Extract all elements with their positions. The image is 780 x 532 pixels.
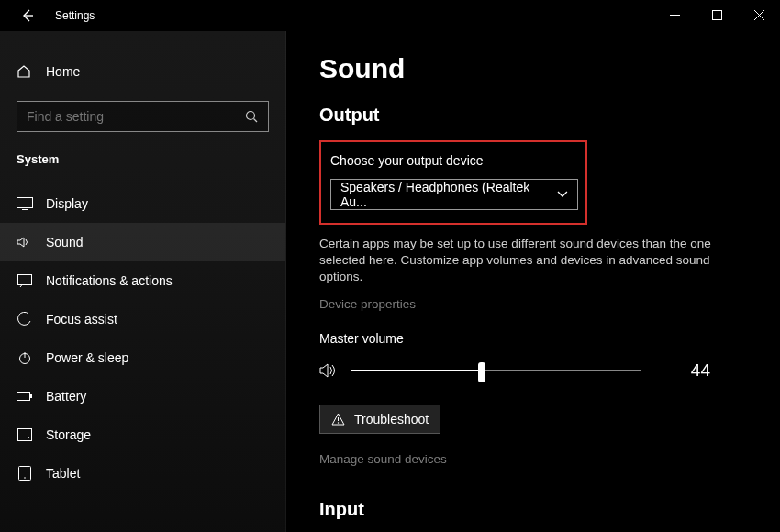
nav-label: Storage: [46, 427, 91, 442]
nav-focus-assist[interactable]: Focus assist: [0, 300, 285, 338]
storage-icon: [17, 428, 32, 441]
svg-rect-3: [18, 275, 32, 285]
slider-thumb[interactable]: [478, 362, 485, 382]
warning-icon: [331, 413, 345, 426]
selected-output-value: Speakers / Headphones (Realtek Au...: [340, 180, 557, 209]
minimize-button[interactable]: [653, 0, 696, 29]
nav-sound[interactable]: Sound: [0, 223, 285, 261]
nav-power-sleep[interactable]: Power & sleep: [0, 338, 285, 377]
nav-tablet[interactable]: Tablet: [0, 454, 285, 493]
notifications-icon: [17, 274, 32, 287]
focus-assist-icon: [17, 312, 32, 327]
tablet-icon: [18, 466, 31, 481]
svg-point-1: [247, 111, 255, 119]
back-button[interactable]: [17, 5, 39, 27]
window-title: Settings: [55, 9, 95, 22]
svg-rect-5: [17, 393, 30, 401]
arrow-left-icon: [20, 8, 35, 23]
search-box[interactable]: [17, 101, 269, 132]
nav-label: Power & sleep: [46, 350, 128, 365]
home-nav[interactable]: Home: [0, 55, 285, 88]
search-icon: [245, 110, 259, 124]
nav-notifications[interactable]: Notifications & actions: [0, 261, 285, 300]
sound-icon: [17, 236, 33, 249]
manage-sound-devices-link[interactable]: Manage sound devices: [319, 452, 447, 466]
output-heading: Output: [319, 105, 747, 126]
svg-rect-6: [30, 394, 32, 398]
close-button[interactable]: [738, 0, 780, 29]
nav-battery[interactable]: Battery: [0, 377, 285, 416]
svg-point-8: [28, 437, 29, 438]
svg-point-10: [24, 477, 26, 479]
nav-label: Tablet: [46, 466, 80, 481]
search-input[interactable]: [27, 109, 245, 124]
nav-label: Sound: [46, 235, 83, 249]
maximize-icon: [712, 10, 722, 20]
slider-fill: [351, 370, 478, 371]
close-icon: [754, 10, 764, 20]
chevron-down-icon: [557, 191, 568, 198]
input-heading: Input: [319, 499, 747, 520]
nav-label: Battery: [46, 389, 86, 404]
svg-rect-0: [712, 10, 721, 19]
nav-storage[interactable]: Storage: [0, 416, 285, 454]
home-icon: [17, 64, 31, 79]
nav-label: Notifications & actions: [46, 273, 173, 288]
nav-label: Display: [46, 196, 88, 211]
sidebar: Home System Display Sound Notifications …: [0, 31, 286, 532]
svg-point-11: [338, 422, 339, 423]
master-volume-label: Master volume: [319, 331, 747, 346]
choose-output-label: Choose your output device: [330, 153, 576, 168]
output-device-highlight: Choose your output device Speakers / Hea…: [319, 140, 587, 225]
svg-rect-7: [18, 429, 32, 441]
main-content: Sound Output Choose your output device S…: [286, 31, 780, 532]
volume-slider[interactable]: [351, 370, 641, 371]
device-properties-link[interactable]: Device properties: [319, 297, 416, 311]
nav-display[interactable]: Display: [0, 184, 285, 223]
output-help-text: Certain apps may be set up to use differ…: [319, 236, 723, 286]
maximize-button[interactable]: [696, 0, 738, 29]
volume-value: 44: [691, 360, 747, 381]
svg-rect-2: [17, 198, 33, 208]
display-icon: [17, 197, 33, 210]
category-header: System: [0, 152, 285, 166]
minimize-icon: [670, 10, 680, 20]
power-icon: [17, 350, 32, 365]
home-label: Home: [46, 64, 80, 79]
battery-icon: [17, 391, 33, 402]
output-device-select[interactable]: Speakers / Headphones (Realtek Au...: [330, 179, 578, 210]
troubleshoot-label: Troubleshoot: [354, 412, 429, 427]
troubleshoot-button[interactable]: Troubleshoot: [319, 405, 440, 434]
nav-label: Focus assist: [46, 312, 117, 327]
volume-icon: [319, 362, 338, 379]
page-title: Sound: [319, 53, 747, 84]
